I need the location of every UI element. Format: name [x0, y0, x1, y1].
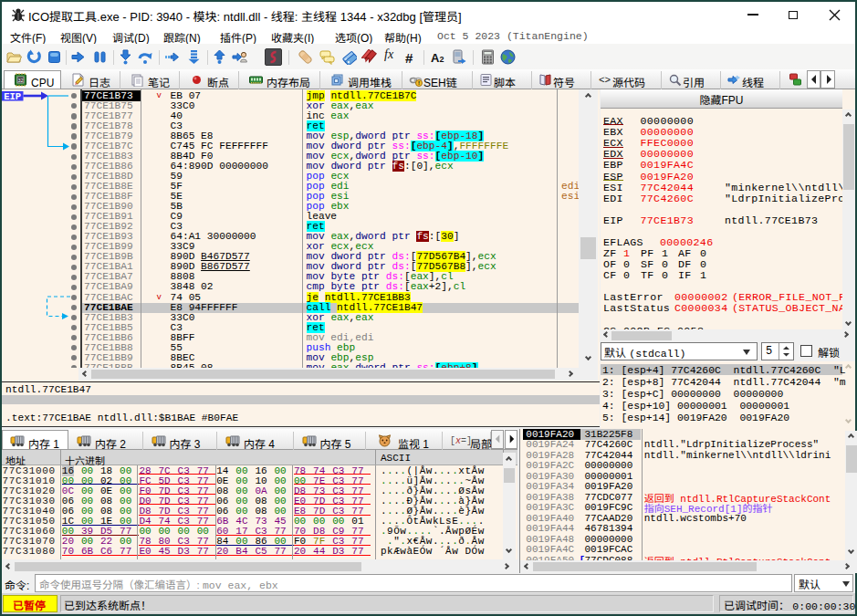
svg-text:EIP: EIP — [4, 91, 21, 102]
svg-text:32: 32 — [17, 78, 23, 83]
svg-text:<>: <> — [599, 75, 611, 86]
svg-text:!: ! — [418, 80, 420, 86]
